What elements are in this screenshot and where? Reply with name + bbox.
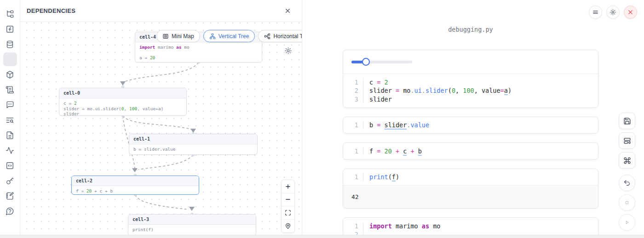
notebook-area: debugging.py 1c = 22slider = mo.ui.slide… [302, 0, 644, 238]
code-line: 3slider [343, 95, 598, 104]
line-number: 1 [343, 147, 363, 156]
toolbar-label: Mini Map [172, 33, 194, 40]
sidebar-item-database[interactable] [3, 37, 17, 51]
network-icon [209, 33, 216, 40]
sidebar-item-log-search[interactable] [3, 113, 17, 127]
notebook-cell[interactable]: 1c = 22slider = mo.ui.slider(0, 100, val… [343, 50, 598, 108]
code-line: b = slider.value [133, 147, 253, 152]
code-line: a = 20 [139, 55, 258, 61]
zoom-out-icon [285, 196, 291, 203]
graph-node-cell-0[interactable]: cell-0c = 2slider = mo.ui.slider(0, 100,… [59, 88, 187, 116]
sidebar-item-activity[interactable] [3, 143, 17, 157]
chat-icon [6, 101, 14, 109]
sidebar-item-dependency-graph[interactable] [3, 52, 17, 66]
code-line: c = 2 [63, 101, 182, 106]
sidebar-item-scroll[interactable] [3, 83, 17, 96]
code-line: print(f) [132, 227, 252, 232]
command-button[interactable] [619, 152, 635, 169]
menu-icon [592, 9, 599, 16]
notebook-cell[interactable]: 1b = slider.value [343, 117, 598, 134]
zoom-in-icon [285, 183, 291, 190]
ui-slider[interactable] [351, 58, 412, 66]
notebook-top-actions [589, 6, 637, 19]
sidebar-item-function[interactable] [3, 22, 17, 36]
zoom-out-button[interactable] [282, 193, 294, 207]
settings-button[interactable] [606, 6, 620, 19]
sidebar-item-package[interactable] [3, 68, 17, 81]
layout-button[interactable] [619, 132, 635, 149]
toolbar-mini-map-button[interactable]: Mini Map [156, 30, 200, 42]
graph-node-cell-1[interactable]: cell-1b = slider.value [129, 134, 258, 155]
dependency-graph-icon [6, 55, 14, 64]
bottom-scrollbar[interactable] [0, 235, 644, 238]
close-button[interactable] [624, 6, 637, 19]
scroll-icon [6, 85, 14, 94]
graph-settings-button[interactable] [284, 47, 292, 55]
document-icon [6, 131, 14, 140]
code-line: f = 20 + c + b [76, 188, 195, 194]
play-button[interactable] [619, 214, 635, 231]
activity-icon [6, 146, 14, 155]
notebook-filename: debugging.py [343, 26, 598, 33]
code-line [139, 50, 258, 56]
layout-icon [623, 137, 631, 145]
code-line: 1f = 20 + c + b [343, 147, 598, 156]
zoom-in-button[interactable] [282, 180, 294, 193]
code-line: 1c = 2 [343, 78, 598, 87]
network-h-icon [264, 33, 270, 40]
node-title: cell-1 [129, 134, 257, 144]
code-editor[interactable]: 1print(f) [343, 169, 598, 186]
fit-view-icon [285, 210, 291, 216]
undo-button[interactable] [619, 175, 635, 191]
minimap-icon [162, 33, 169, 40]
function-icon [6, 25, 14, 34]
stop-button[interactable] [619, 194, 635, 211]
node-code: b = slider.value [129, 144, 257, 154]
sidebar-item-chat[interactable] [3, 98, 17, 112]
close-icon [284, 7, 291, 14]
toolbar-vertical-tree-button[interactable]: Vertical Tree [203, 30, 255, 42]
sidebar-item-secrets-key[interactable] [3, 174, 17, 187]
toolbar-horizontal-tree-button[interactable]: Horizontal Tree [258, 30, 302, 42]
marimo-app: DEPENDENCIES [0, 0, 644, 238]
sidebar-item-help[interactable] [3, 204, 17, 218]
toolbar-label: Horizontal Tree [273, 33, 302, 40]
code-editor[interactable]: 1f = 20 + c + b [343, 143, 598, 159]
slider-handle[interactable] [362, 58, 370, 66]
node-title: cell-0 [59, 88, 186, 98]
code-line: import marimo as mo [139, 45, 258, 50]
line-number: 1 [343, 78, 363, 87]
sidebar-item-document[interactable] [3, 128, 17, 142]
graph-node-cell-2[interactable]: cell-2f = 20 + c + b [71, 176, 199, 195]
node-title: cell-2 [72, 176, 199, 186]
node-code: f = 20 + c + b [72, 186, 199, 195]
close-panel-button[interactable] [282, 6, 293, 16]
sidebar-item-snippets[interactable] [3, 159, 17, 172]
log-search-icon [6, 116, 14, 125]
code-line: 1import marimo as mo [343, 222, 598, 231]
node-code: import marimo as mo a = 20 [135, 42, 262, 62]
save-icon [623, 117, 631, 125]
code-line: slider = mo.ui.slider(0, 100, value=a) [63, 106, 182, 112]
line-number: 3 [343, 95, 363, 104]
locate-button[interactable] [282, 220, 294, 233]
graph-view-toolbar: Mini MapVertical TreeHorizontal Tree [156, 30, 302, 42]
notebook-cell[interactable]: 1print(f)42 [343, 169, 598, 209]
code-editor[interactable]: 1b = slider.value [343, 117, 598, 134]
code-editor[interactable]: 1c = 22slider = mo.ui.slider(0, 100, val… [343, 74, 598, 108]
sidebar-item-file-tree[interactable] [3, 7, 17, 21]
dependency-graph-canvas[interactable]: cell-4import marimo as mo a = 20cell-0c … [20, 22, 302, 238]
notebook-cell[interactable]: 1f = 20 + c + b [343, 142, 598, 160]
locate-icon [285, 223, 291, 229]
sidebar-item-scratchpad[interactable] [3, 189, 17, 203]
notebook-side-actions [619, 113, 635, 231]
fit-view-button[interactable] [282, 206, 294, 220]
code-line: 2slider = mo.ui.slider(0, 100, value=a) [343, 86, 598, 95]
settings-icon [284, 47, 292, 55]
graph-nodes-layer: cell-4import marimo as mo a = 20cell-0c … [20, 22, 302, 238]
command-icon [623, 157, 631, 164]
menu-button[interactable] [589, 6, 602, 19]
save-button[interactable] [619, 113, 635, 129]
graph-node-cell-3[interactable]: cell-3print(f) [128, 214, 256, 236]
stop-icon [623, 199, 631, 206]
